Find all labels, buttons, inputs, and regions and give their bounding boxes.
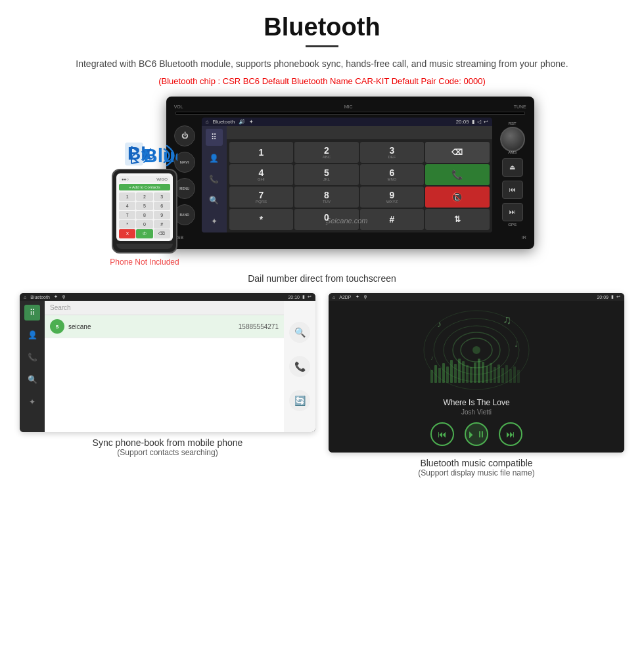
- svg-rect-33: [501, 368, 504, 383]
- svg-rect-34: [505, 365, 508, 383]
- phone-mockup: ●●○ WIGO + Add to Contacts 1 2 3 4 5 6 7…: [112, 169, 177, 254]
- dial-key-4[interactable]: 4GHI: [229, 164, 294, 185]
- svg-rect-24: [466, 365, 469, 383]
- contacts-sidebar-icon[interactable]: 👤: [206, 150, 223, 167]
- pb-app-name: Bluetooth: [30, 295, 50, 299]
- eject-button[interactable]: ⏏: [502, 158, 523, 177]
- svg-rect-36: [513, 366, 516, 383]
- dial-key-9[interactable]: 9WXYZ: [360, 187, 425, 208]
- bt-sidebar-icon[interactable]: ✦: [206, 213, 223, 230]
- vol-label: VOL: [174, 104, 183, 109]
- play-pause-button[interactable]: ⏵⏸: [465, 422, 488, 446]
- title-divider: [306, 45, 338, 47]
- call-log-sidebar-icon[interactable]: 📞: [206, 171, 223, 188]
- svg-rect-16: [434, 365, 437, 383]
- pb-caption-sub: (Support contacts searching): [117, 448, 218, 457]
- music-caption: Bluetooth music compatible: [420, 458, 532, 468]
- music-home-icon: ⌂: [333, 295, 335, 299]
- main-caption: Dail number direct from touchscreen: [20, 273, 624, 284]
- svg-rect-37: [517, 370, 520, 383]
- svg-rect-25: [470, 367, 472, 383]
- bottom-row: ⌂ Bluetooth ✦ 🎙 20:10 ▮ ↩ ⠿ 👤 📞: [20, 293, 624, 477]
- svg-rect-32: [497, 365, 500, 383]
- music-screenshot: ⌂ A2DP ✦ 🎙 20:09 ▮ ↩: [329, 293, 624, 453]
- pb-contact-row[interactable]: s seicane 15885554271: [45, 315, 284, 338]
- dialpad-sidebar-icon[interactable]: ⠿: [206, 129, 223, 146]
- dialer-screen: ⠿ 👤 📞 🔍 ✦ 1 2ABC: [202, 126, 492, 232]
- dial-key-5[interactable]: 5JKL: [294, 164, 359, 185]
- music-controls: ⏮ ⏵⏸ ⏭: [430, 422, 522, 446]
- dial-key-del[interactable]: ⌫: [425, 142, 490, 163]
- ir-label: IR: [522, 235, 526, 240]
- svg-rect-27: [478, 359, 480, 383]
- phone-area: Bluetooth; ⁄ Bluetooth;: [110, 136, 179, 267]
- dial-key-star[interactable]: *: [229, 209, 294, 230]
- right-controls: RST AMS ⏏ ⏮ ⏭ GPS: [496, 124, 529, 227]
- music-item: ⌂ A2DP ✦ 🎙 20:09 ▮ ↩: [329, 293, 624, 477]
- pb-contact-name: seicane: [68, 323, 239, 330]
- music-back-icon: ↩: [616, 294, 620, 299]
- dial-key-0[interactable]: 0+: [294, 209, 359, 230]
- battery-icon: ▮: [472, 119, 474, 125]
- bt-status-icon: ✦: [249, 119, 254, 125]
- pb-contacts-list: Search s seicane 15885554271: [45, 301, 284, 432]
- music-caption-sub: (Support display music file name): [418, 468, 534, 477]
- car-screen: ⌂ Bluetooth 🔊 ✦ 20:09 ▮ ◁ ↩: [202, 118, 492, 232]
- pb-actions: 🔍 📞 🔄: [284, 301, 315, 432]
- pb-caption: Sync phone-book from mobile phone: [93, 437, 243, 448]
- music-mic-icon: 🎙: [363, 295, 368, 299]
- svg-rect-31: [494, 367, 496, 383]
- dial-key-1[interactable]: 1: [229, 142, 294, 163]
- dial-key-hash[interactable]: #: [360, 209, 425, 230]
- music-song-title: Where Is The Love: [443, 398, 509, 407]
- svg-rect-22: [458, 359, 461, 383]
- car-unit: VOL MIC TUNE ⏻ NAVI MENU BAND: [166, 97, 534, 249]
- next-button[interactable]: ⏭: [502, 203, 523, 221]
- dialpad-grid: 1 2ABC 3DEF ⌫ 4GHI 5JKL 6MNO 📞 7PQRS: [227, 139, 492, 232]
- dial-key-call[interactable]: 📞: [425, 164, 490, 185]
- dial-key-6[interactable]: 6MNO: [360, 164, 425, 185]
- pb-search-icon[interactable]: 🔍: [24, 372, 40, 387]
- pb-home-icon: ⌂: [24, 295, 26, 299]
- dialer-input[interactable]: [227, 126, 492, 139]
- pb-bt-nav-icon[interactable]: ✦: [24, 394, 40, 410]
- dial-key-3[interactable]: 3DEF: [360, 142, 425, 163]
- search-sidebar-icon[interactable]: 🔍: [206, 192, 223, 209]
- prev-track-button[interactable]: ⏮: [430, 422, 454, 446]
- back-icon: ↩: [484, 119, 488, 125]
- svg-text:♪: ♪: [437, 319, 442, 329]
- svg-rect-21: [454, 364, 457, 383]
- pb-refresh-action[interactable]: 🔄: [289, 390, 310, 411]
- svg-rect-35: [509, 369, 512, 383]
- rst-label: RST: [509, 122, 517, 125]
- pb-contacts-icon[interactable]: 👤: [24, 327, 40, 343]
- pb-back-icon: ↩: [308, 294, 311, 299]
- dial-key-end[interactable]: 📵: [425, 187, 490, 208]
- screen-statusbar: ⌂ Bluetooth 🔊 ✦ 20:09 ▮ ◁ ↩: [202, 118, 492, 126]
- pb-call-icon[interactable]: 📞: [24, 349, 40, 365]
- pb-call-action[interactable]: 📞: [289, 356, 310, 377]
- page-title: Bluetooth: [20, 13, 624, 41]
- dial-key-8[interactable]: 8TUV: [294, 187, 359, 208]
- bt-icon: Bluetooth;: [118, 136, 154, 172]
- pb-statusbar: ⌂ Bluetooth ✦ 🎙 20:10 ▮ ↩: [20, 293, 315, 301]
- music-app-name: A2DP: [339, 295, 351, 299]
- music-statusbar: ⌂ A2DP ✦ 🎙 20:09 ▮ ↩: [329, 293, 624, 301]
- music-time: 20:09: [597, 295, 609, 299]
- subtitle-text: Integrated with BC6 Bluetooth module, su…: [20, 56, 624, 71]
- ams-label: AMS: [508, 150, 517, 154]
- svg-text:♪: ♪: [430, 354, 434, 361]
- dial-key-transfer[interactable]: ⇅: [425, 209, 490, 230]
- svg-text:♫: ♫: [503, 313, 512, 326]
- dial-key-2[interactable]: 2ABC: [294, 142, 359, 163]
- next-track-button[interactable]: ⏭: [499, 422, 522, 446]
- pb-search-action[interactable]: 🔍: [289, 322, 310, 343]
- pb-contact-number: 15885554271: [239, 323, 279, 330]
- svg-text:♩: ♩: [515, 340, 518, 349]
- pb-dialpad-icon[interactable]: ⠿: [24, 305, 40, 321]
- tune-knob[interactable]: [500, 127, 525, 152]
- pb-search-field[interactable]: Search: [45, 301, 284, 315]
- prev-button[interactable]: ⏮: [502, 181, 523, 199]
- dial-key-7[interactable]: 7PQRS: [229, 187, 294, 208]
- svg-rect-20: [450, 360, 453, 383]
